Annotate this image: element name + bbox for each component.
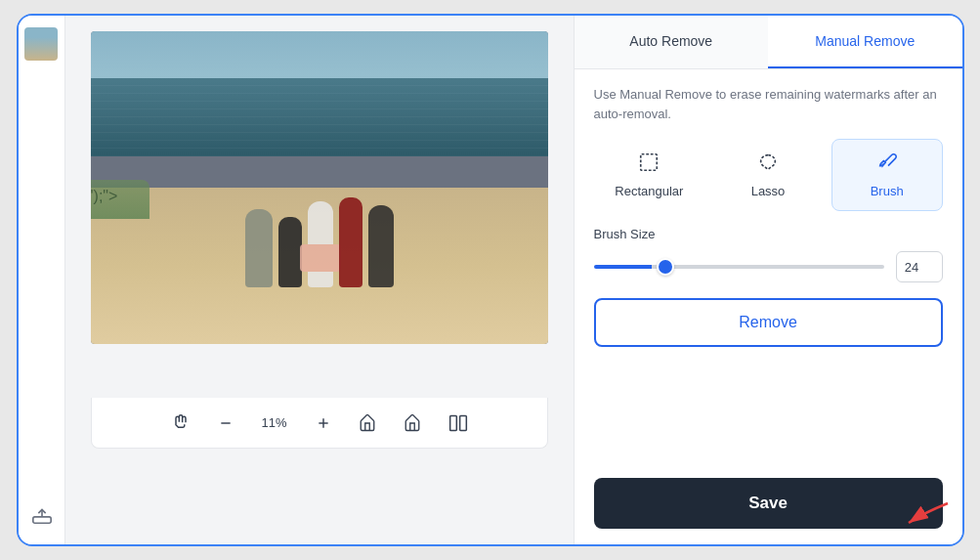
undo-button[interactable]: [355, 410, 380, 436]
zoom-in-button[interactable]: [312, 411, 335, 435]
zoom-level-display: 11%: [257, 415, 292, 430]
grass-detail: [91, 180, 149, 219]
brush-size-row: [594, 251, 943, 282]
figures-group: [127, 100, 511, 287]
image-frame: ');">: [91, 31, 548, 344]
tabs-row: Auto Remove Manual Remove: [575, 16, 962, 69]
svg-rect-6: [459, 415, 466, 430]
thumbnail-item[interactable]: [24, 27, 58, 61]
rectangular-icon: [638, 151, 660, 178]
redo-button[interactable]: [400, 410, 425, 436]
svg-rect-5: [449, 415, 456, 430]
lasso-icon: [757, 151, 779, 178]
tab-manual-remove[interactable]: Manual Remove: [768, 16, 962, 68]
canvas-white-space: [91, 344, 548, 398]
brush-size-slider[interactable]: [594, 265, 884, 269]
right-panel: Auto Remove Manual Remove Use Manual Rem…: [574, 16, 962, 544]
svg-rect-7: [641, 154, 658, 171]
save-area: Save: [594, 478, 943, 529]
canvas-area: ');">: [65, 16, 574, 544]
brush-icon: [876, 151, 898, 178]
tray-icon[interactable]: [28, 501, 56, 529]
hand-tool-button[interactable]: [167, 409, 194, 437]
brush-size-input[interactable]: [896, 251, 943, 282]
compare-button[interactable]: [445, 409, 472, 437]
left-sidebar: [19, 16, 65, 544]
tool-lasso[interactable]: Lasso: [712, 139, 824, 211]
tool-rectangular[interactable]: Rectangular: [594, 139, 705, 211]
svg-rect-0: [32, 517, 50, 523]
app-container: ');">: [17, 14, 964, 546]
lasso-label: Lasso: [751, 184, 786, 198]
tool-selection-row: Rectangular Lasso: [594, 139, 943, 211]
canvas-toolbar: 11%: [91, 398, 548, 449]
brush-size-label: Brush Size: [594, 227, 943, 241]
save-button[interactable]: Save: [594, 478, 943, 529]
rectangular-label: Rectangular: [615, 184, 683, 198]
description-text: Use Manual Remove to erase remaining wat…: [594, 85, 943, 123]
tab-auto-remove[interactable]: Auto Remove: [575, 16, 769, 68]
image-container: ');">: [91, 31, 548, 398]
tool-brush[interactable]: Brush: [831, 139, 943, 211]
brush-size-section: Brush Size: [594, 227, 943, 282]
remove-button[interactable]: Remove: [594, 298, 943, 347]
brush-label: Brush: [871, 184, 904, 198]
panel-body: Use Manual Remove to erase remaining wat…: [575, 69, 962, 544]
zoom-out-button[interactable]: [214, 411, 237, 435]
